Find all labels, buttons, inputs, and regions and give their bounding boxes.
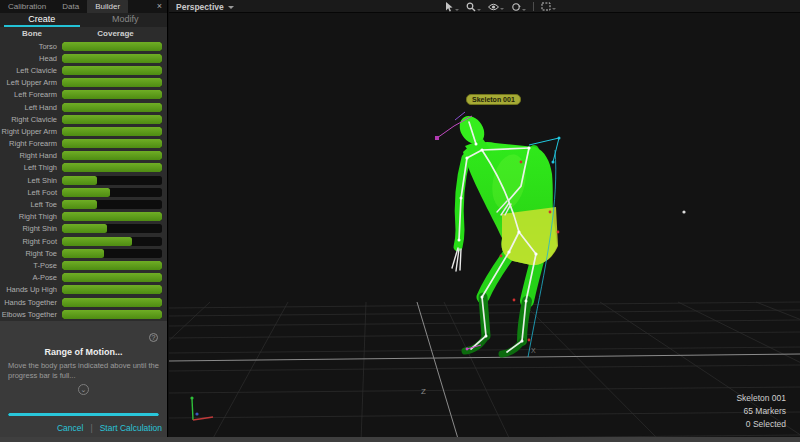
- marquee-select-icon[interactable]: [541, 2, 556, 11]
- bone-row: Left Hand: [0, 101, 167, 113]
- builder-pane: Calibration Data Builder × Create Modify…: [0, 0, 168, 437]
- coverage-bar-fill: [62, 103, 162, 112]
- coverage-bar-fill: [62, 176, 97, 185]
- coverage-bar-track: [62, 42, 162, 51]
- coverage-bar-fill: [62, 42, 162, 51]
- bone-row: Left Shin: [0, 174, 167, 186]
- bone-label: Right Shin: [0, 224, 62, 233]
- coverage-bar-track: [62, 139, 162, 148]
- bone-row: Right Upper Arm: [0, 125, 167, 137]
- coverage-bar-track: [62, 261, 162, 270]
- bone-label: Left Hand: [0, 103, 62, 112]
- pane-tabbar: Calibration Data Builder ×: [0, 0, 167, 13]
- bone-row: Elbows Together: [0, 308, 167, 320]
- coverage-bar-fill: [62, 285, 162, 294]
- orientation-gizmo-icon: [190, 396, 213, 420]
- bone-label: Right Foot: [0, 237, 62, 246]
- bone-label: Torso: [0, 42, 62, 51]
- coverage-bar-fill: [62, 310, 162, 319]
- bone-label: Left Upper Arm: [0, 78, 62, 87]
- coverage-bar-fill: [62, 115, 162, 124]
- bone-row: Right Toe: [0, 247, 167, 259]
- column-header-bone: Bone: [0, 29, 64, 38]
- bone-label: Right Hand: [0, 151, 62, 160]
- bone-label: Right Forearm: [0, 139, 62, 148]
- help-icon[interactable]: ?: [149, 333, 158, 342]
- coverage-bar-track: [62, 90, 162, 99]
- bone-row: Head: [0, 52, 167, 64]
- coverage-bar-track: [62, 310, 162, 319]
- coverage-bar-track: [62, 78, 162, 87]
- instruction-panel: ? Range of Motion... Move the body parts…: [0, 321, 167, 437]
- skeleton-avatar: [435, 111, 561, 357]
- orbit-rotate-icon[interactable]: [511, 2, 526, 12]
- scene-canvas[interactable]: Z X: [169, 0, 800, 437]
- coverage-bar-track: [62, 200, 162, 209]
- view-selector-dropdown[interactable]: Perspective: [176, 2, 234, 12]
- coverage-bar-track: [62, 188, 162, 197]
- bone-row: Right Shin: [0, 223, 167, 235]
- coverage-bar-track: [62, 249, 162, 258]
- tab-data[interactable]: Data: [54, 0, 87, 13]
- tab-calibration[interactable]: Calibration: [0, 0, 54, 13]
- zoom-magnifier-icon[interactable]: [466, 2, 481, 12]
- bone-row: Left Forearm: [0, 89, 167, 101]
- bone-label: T-Pose: [0, 261, 62, 270]
- viewport-toolbar: Perspective: [169, 0, 800, 13]
- bone-row: Hands Up High: [0, 284, 167, 296]
- bone-row: Torso: [0, 40, 167, 52]
- instruction-body: Move the body parts indicated above unti…: [8, 361, 159, 381]
- coverage-bar-track: [62, 163, 162, 172]
- bone-label: Hands Together: [0, 298, 62, 307]
- bone-label: Right Toe: [0, 249, 62, 258]
- start-calculation-button[interactable]: Start Calculation: [100, 423, 162, 433]
- tab-modify[interactable]: Modify: [84, 13, 168, 27]
- skeleton-name-badge: Skeleton 001: [466, 94, 521, 105]
- bone-row: T-Pose: [0, 259, 167, 271]
- coverage-bar-fill: [62, 200, 97, 209]
- column-header-coverage: Coverage: [64, 29, 167, 38]
- window-bottom-edge: [0, 437, 800, 442]
- cancel-button[interactable]: Cancel: [57, 423, 83, 433]
- button-divider: |: [90, 423, 92, 433]
- bone-label: Left Foot: [0, 188, 62, 197]
- bone-label: A-Pose: [0, 273, 62, 282]
- coverage-bar-fill: [62, 249, 104, 258]
- status-selected-count: 0 Selected: [736, 418, 786, 431]
- coverage-bar-track: [62, 54, 162, 63]
- bone-label: Left Shin: [0, 176, 62, 185]
- bone-label: Left Toe: [0, 200, 62, 209]
- instruction-title: Range of Motion...: [0, 347, 167, 357]
- coverage-bar-track: [62, 212, 162, 221]
- bone-row: Left Thigh: [0, 162, 167, 174]
- bone-row: Right Foot: [0, 235, 167, 247]
- chevron-down-icon[interactable]: ⌄: [78, 384, 89, 395]
- bone-list: Torso Head Left Clavicle Left Upper Arm: [0, 40, 167, 321]
- coverage-bar-fill: [62, 261, 162, 270]
- coverage-bar-track: [62, 285, 162, 294]
- bone-label: Left Clavicle: [0, 66, 62, 75]
- active-tab-underline: [4, 25, 80, 27]
- bone-row: Hands Together: [0, 296, 167, 308]
- coverage-bar-track: [62, 237, 162, 246]
- column-headers: Bone Coverage: [0, 27, 167, 40]
- coverage-bar-fill: [62, 273, 162, 282]
- coverage-bar-fill: [62, 188, 110, 197]
- calc-progress-fill: [8, 413, 159, 416]
- select-arrow-icon[interactable]: [445, 2, 459, 12]
- coverage-bar-track: [62, 103, 162, 112]
- coverage-bar-track: [62, 127, 162, 136]
- application-window: Calibration Data Builder × Create Modify…: [0, 0, 800, 442]
- tab-builder[interactable]: Builder: [87, 0, 128, 13]
- bone-label: Left Forearm: [0, 90, 62, 99]
- 3d-viewport[interactable]: Perspective: [169, 0, 800, 437]
- coverage-bar-track: [62, 224, 162, 233]
- coverage-bar-track: [62, 298, 162, 307]
- toolbar-divider: [533, 2, 534, 11]
- chevron-down-icon: [228, 6, 234, 9]
- bone-label: Hands Up High: [0, 285, 62, 294]
- pan-eye-icon[interactable]: [488, 3, 504, 11]
- close-icon[interactable]: ×: [157, 2, 162, 11]
- stray-marker-dot: [682, 210, 685, 213]
- coverage-bar-fill: [62, 54, 162, 63]
